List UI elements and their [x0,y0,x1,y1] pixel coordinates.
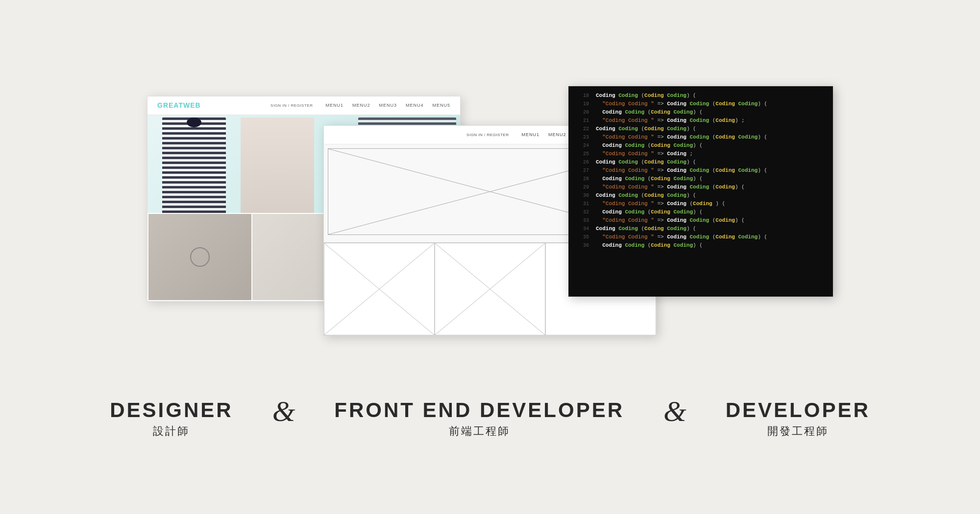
code-line-18: 18 Coding Coding (Coding Coding) ( [571,92,830,100]
code-line-25: 25 "Coding Coding " => Coding ; [571,150,830,158]
code-line-35: 35 "Coding Coding " => Coding Coding (Co… [571,233,830,241]
wireframe-menu2: MENU2 [548,132,566,137]
developer-block: DEVELOPER 開發工程師 [696,398,900,439]
wf-x-1 [324,243,434,335]
logo-great: GREAT [157,101,183,109]
code-line-34: 34 Coding Coding (Coding Coding) ( [571,225,830,233]
labels-row: DESIGNER 設計師 & FRONT END DEVELOPER 前端工程師… [0,395,980,443]
code-line-30: 30 Coding Coding (Coding Coding) ( [571,191,830,200]
code-line-36: 36 Coding Coding (Coding Coding) ( [571,241,830,250]
design-menu5: MENU5 [432,103,450,108]
wf-x-2 [435,243,545,335]
developer-subtitle: 開發工程師 [726,424,870,439]
wf-cell-2 [435,243,545,335]
code-line-19: 19 "Coding Coding " => Coding Coding (Co… [571,100,830,108]
code-content: 18 Coding Coding (Coding Coding) ( 19 "C… [569,87,833,255]
design-nav-links: SIGN IN / REGISTER MENU1 MENU2 MENU3 MEN… [270,103,450,108]
design-signin: SIGN IN / REGISTER [270,103,313,108]
wireframe-menu1: MENU1 [521,132,539,137]
code-line-20: 20 Coding Coding (Coding Coding) ( [571,108,830,117]
code-line-29: 29 "Coding Coding " => Coding Coding (Co… [571,183,830,191]
wf-cell-1 [324,243,435,335]
design-menu3: MENU3 [379,103,397,108]
ampersand-1: & [263,395,305,428]
main-container: GREATWEB SIGN IN / REGISTER MENU1 MENU2 … [0,0,980,514]
code-line-33: 33 "Coding Coding " => Coding Coding (Co… [571,216,830,225]
code-line-26: 26 Coding Coding (Coding Coding) ( [571,158,830,166]
design-nav: GREATWEB SIGN IN / REGISTER MENU1 MENU2 … [147,96,460,115]
wireframe-signin: SIGN IN / REGISTER [466,133,509,137]
designer-title: DESIGNER [110,398,233,422]
code-screenshot: 18 Coding Coding (Coding Coding) ( 19 "C… [568,86,833,297]
code-line-23: 23 "Coding Coding " => Coding Coding (Co… [571,133,830,141]
design-logo: GREATWEB [157,101,201,109]
developer-title: DEVELOPER [726,398,870,422]
frontend-title: FRONT END DEVELOPER [334,398,624,422]
designer-block: DESIGNER 設計師 [80,398,262,439]
design-menu1: MENU1 [325,103,343,108]
logo-web: WEB [183,101,201,109]
frontend-subtitle: 前端工程師 [334,424,624,439]
code-line-28: 28 Coding Coding (Coding Coding) ( [571,175,830,183]
ampersand-2: & [654,395,696,428]
designer-subtitle: 設計師 [110,424,233,439]
design-menu2: MENU2 [352,103,370,108]
code-line-21: 21 "Coding Coding " => Coding Coding (Co… [571,117,830,125]
code-line-31: 31 "Coding Coding " => Coding (Coding ) … [571,200,830,208]
code-line-24: 24 Coding Coding (Coding Coding) ( [571,141,830,150]
grid-cell-1 [148,214,251,300]
screenshots-area: GREATWEB SIGN IN / REGISTER MENU1 MENU2 … [147,86,833,360]
code-line-32: 32 Coding Coding (Coding Coding) ( [571,208,830,216]
frontend-block: FRONT END DEVELOPER 前端工程師 [305,398,654,439]
code-line-22: 22 Coding Coding (Coding Coding) ( [571,125,830,133]
design-menu4: MENU4 [406,103,424,108]
code-line-27: 27 "Coding Coding " => Coding Coding (Co… [571,166,830,175]
